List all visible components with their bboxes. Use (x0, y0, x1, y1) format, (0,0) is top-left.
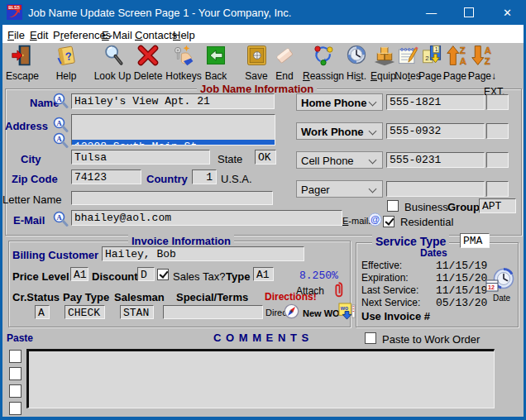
svg-text:12: 12 (488, 284, 495, 290)
date-icon-label: Date (493, 294, 510, 303)
address2-lookup-icon[interactable]: A (52, 132, 69, 149)
page-down2-label: Page↓ (468, 70, 496, 82)
type-field[interactable]: A1 (253, 267, 274, 281)
group-field[interactable]: APT (479, 198, 516, 213)
address-field[interactable]: 12398 South Main St. (71, 114, 275, 146)
compass-icon[interactable] (284, 303, 299, 319)
minimize-button[interactable]: — (413, 0, 450, 25)
menu-file[interactable]: File (7, 29, 25, 41)
paste-label: Paste (7, 332, 33, 344)
look-up-button[interactable]: Look Up (91, 44, 134, 82)
comments-title: C O M M E N T S (213, 332, 309, 344)
emails-at-icon[interactable]: @ (368, 212, 382, 227)
cycle-arrows-icon (311, 44, 336, 67)
menu-email[interactable]: E-Mail (102, 29, 132, 41)
salesman-field[interactable]: STAN (120, 305, 154, 319)
cr-status-label: Cr.Status (12, 291, 60, 303)
sales-tax-checkbox[interactable] (157, 269, 169, 280)
app-icon: BLSS (7, 4, 22, 20)
paste-checkbox-2[interactable] (9, 367, 22, 380)
az-down-arrow-icon: AZ (470, 44, 495, 67)
reassign-label: Reassign (303, 70, 344, 82)
billing-customer-field[interactable]: Hailey, Bob (102, 246, 304, 261)
new-wo-label[interactable]: New WO (303, 308, 340, 318)
letter-name-field[interactable] (71, 191, 273, 205)
pay-type-field[interactable]: CHECK (65, 305, 105, 319)
residential-label: Residential (400, 216, 453, 228)
phone-number-field-3[interactable]: 555-0231 (386, 152, 485, 168)
residential-checkbox[interactable] (383, 216, 394, 227)
email-lookup-icon[interactable]: A (52, 211, 69, 227)
paste-checkbox-1[interactable] (9, 350, 22, 363)
address-label: Address (5, 120, 48, 132)
phone-ext-field-2[interactable] (486, 123, 509, 139)
svg-text:A: A (56, 95, 62, 103)
svg-text:2: 2 (425, 55, 428, 62)
country-label: Country (146, 173, 188, 185)
escape-button[interactable]: Escape (3, 44, 41, 82)
business-checkbox[interactable] (387, 200, 399, 212)
magnifier-icon (100, 44, 125, 67)
svg-text:A: A (56, 119, 62, 127)
menu-help[interactable]: Help (173, 29, 195, 41)
svg-text:@: @ (371, 214, 380, 224)
reassign-button[interactable]: Reassign (301, 44, 346, 82)
name-lookup-icon[interactable]: A (52, 93, 69, 109)
new-wo-icon[interactable]: wo (338, 303, 356, 322)
save-label: Save (245, 70, 267, 82)
email-field[interactable]: bhailey@aol.com (71, 210, 342, 226)
price-level-label: Price Level (12, 270, 69, 283)
next-service-value: 05/13/20 (436, 297, 487, 309)
sales-tax-label: Sales Tax? (173, 270, 225, 283)
clock-icon (344, 44, 369, 67)
paste-checkbox-3[interactable] (9, 384, 22, 398)
comments-textarea[interactable] (26, 349, 495, 408)
special-terms-field[interactable] (163, 305, 263, 319)
country-field[interactable]: 1 (192, 169, 217, 184)
end-button[interactable]: End (268, 44, 301, 82)
paperclip-icon[interactable] (333, 281, 344, 298)
svg-text:1: 1 (435, 46, 438, 52)
look-up-label: Look Up (94, 70, 132, 82)
phone-ext-field-4[interactable] (486, 181, 509, 197)
phone-number-field-1[interactable]: 555-1821 (386, 94, 485, 110)
menu-contacts[interactable]: Contacts (135, 29, 177, 41)
zip-field[interactable]: 74123 (71, 169, 141, 184)
phone-type-dropdown-2[interactable]: Work Phone (296, 122, 383, 140)
phone-number-field-2[interactable]: 555-0932 (386, 123, 485, 139)
page-down-az-button[interactable]: AZ Page↓ (465, 44, 500, 82)
service-type-field[interactable]: PMA (460, 233, 490, 248)
discount-field[interactable]: D (137, 267, 155, 281)
back-button[interactable]: Back (199, 44, 232, 82)
phone-ext-field-3[interactable] (486, 152, 509, 168)
phone-type-dropdown-4[interactable]: Pager (296, 180, 383, 198)
city-label: City (21, 153, 41, 165)
maximize-icon (464, 7, 474, 17)
date-icon[interactable]: 12 (485, 268, 516, 294)
group-label: Group (447, 201, 480, 213)
close-button[interactable]: ✕ (489, 0, 526, 25)
paste-checkbox-4[interactable] (9, 402, 22, 415)
phone-type-dropdown-3[interactable]: Cell Phone (296, 151, 383, 169)
maximize-button[interactable] (450, 0, 487, 25)
hotkeys-button[interactable]: Hotkeys (163, 44, 204, 82)
svg-text:Z: Z (485, 56, 490, 66)
city-field[interactable]: Tulsa (71, 150, 210, 165)
delete-button[interactable]: Delete (130, 44, 166, 82)
help-button[interactable]: ? Help (50, 44, 83, 82)
address-lookup-icon[interactable]: A (52, 117, 69, 133)
state-field[interactable]: OK (255, 150, 276, 165)
cr-status-field[interactable]: A (35, 305, 50, 319)
attach-label[interactable]: Attach (296, 285, 324, 297)
phone-ext-field-1[interactable] (486, 94, 509, 110)
phone-type-dropdown-1[interactable]: Home Phone (296, 93, 383, 111)
menu-edit[interactable]: Edit (30, 29, 48, 41)
service-type-title: Service Type (372, 235, 449, 248)
price-level-field[interactable]: A1 (70, 267, 88, 281)
name-field[interactable]: Hailey's View Apt. 21 (71, 93, 275, 109)
state-label: State (218, 153, 242, 165)
end-label: End (275, 70, 293, 82)
address-line1-selected[interactable]: 12398 South Main St. (72, 140, 275, 146)
paste-to-work-order-checkbox[interactable] (365, 332, 376, 344)
phone-number-field-4[interactable] (386, 181, 485, 197)
